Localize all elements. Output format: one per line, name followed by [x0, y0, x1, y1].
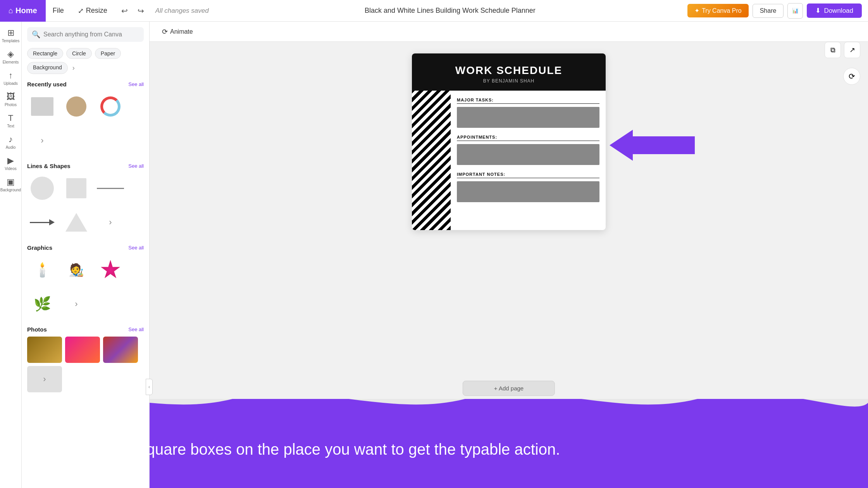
- download-button[interactable]: ⬇ Download: [807, 3, 862, 18]
- lines-shapes-grid: ›: [27, 173, 144, 237]
- graphic-person[interactable]: 🧑‍🎨: [61, 255, 91, 285]
- ls-more-item[interactable]: ›: [95, 207, 126, 237]
- refresh-button[interactable]: ⟳: [843, 68, 860, 85]
- doc-body: MAJOR TASKS: APPOINTMENTS: IMPORTANT NOT…: [412, 91, 606, 230]
- sidebar-item-uploads[interactable]: ↑ Uploads: [1, 68, 21, 88]
- panel-collapse-button[interactable]: ‹: [146, 379, 153, 395]
- share-canvas-icon: ↗: [849, 46, 855, 54]
- animate-label: Animate: [170, 28, 193, 35]
- doc-section-notes: IMPORTANT NOTES:: [457, 172, 599, 202]
- doc-section-tasks: MAJOR TASKS:: [457, 98, 599, 128]
- ls-line-shape: [97, 188, 124, 189]
- photo-item-more[interactable]: ›: [27, 366, 62, 392]
- purple-arrow: [610, 130, 695, 161]
- appointments-box[interactable]: [457, 144, 599, 165]
- circle-shape: [66, 96, 86, 117]
- photos-header: Photos See all: [27, 326, 144, 333]
- chip-circle[interactable]: Circle: [66, 48, 92, 59]
- animate-button[interactable]: ⟳ Animate: [157, 25, 198, 38]
- recent-item-circle[interactable]: [61, 91, 91, 122]
- share-canvas-button[interactable]: ↗: [844, 42, 860, 58]
- file-menu[interactable]: File: [46, 0, 71, 22]
- try-pro-button[interactable]: ✦ Try Canva Pro: [687, 4, 749, 17]
- copy-icon: ⧉: [830, 46, 835, 54]
- graphics-see-all[interactable]: See all: [128, 245, 144, 251]
- document-card[interactable]: WORK SCHEDULE BY BENJAMIN SHAH MAJOR TAS…: [412, 53, 606, 230]
- graphic-leaf[interactable]: 🌿: [27, 289, 57, 319]
- photo-item-3[interactable]: [103, 337, 138, 363]
- doc-title: WORK SCHEDULE: [420, 64, 598, 77]
- recently-used-see-all[interactable]: See all: [128, 81, 144, 87]
- resize-button[interactable]: ⤢ Resize: [71, 0, 114, 22]
- search-icon: 🔍: [32, 30, 40, 39]
- photos-grid: ›: [27, 337, 144, 392]
- save-status: All changes saved: [152, 7, 213, 15]
- canvas-area: WORK SCHEDULE BY BENJAMIN SHAH MAJOR TAS…: [150, 42, 868, 411]
- graphic-starburst[interactable]: [95, 255, 126, 285]
- photo-item-2[interactable]: [65, 337, 100, 363]
- photos-title: Photos: [27, 326, 47, 333]
- photo-item-1[interactable]: [27, 337, 62, 363]
- undo-button[interactable]: ↩: [118, 4, 131, 17]
- elements-panel: 🔍 Rectangle Circle Paper Background › Re…: [22, 22, 150, 488]
- home-button[interactable]: ⌂ Home: [0, 0, 46, 22]
- notes-box[interactable]: [457, 181, 599, 202]
- ls-arrow-shape: [30, 219, 55, 225]
- chip-rectangle[interactable]: Rectangle: [27, 48, 63, 59]
- animate-bar: ⟳ Animate: [150, 22, 868, 42]
- ls-arrow-item[interactable]: [27, 207, 57, 237]
- search-input[interactable]: [43, 31, 139, 38]
- sidebar-item-elements[interactable]: ◈ Elements: [1, 47, 21, 67]
- ls-line-item[interactable]: [95, 173, 126, 203]
- graphic-more[interactable]: ›: [61, 289, 91, 319]
- text-icon: T: [8, 113, 13, 123]
- background-icon: ▣: [7, 177, 15, 187]
- star-icon: ✦: [694, 7, 699, 14]
- ls-triangle-item[interactable]: [61, 207, 91, 237]
- tasks-section-title: MAJOR TASKS:: [457, 98, 599, 104]
- lines-shapes-see-all[interactable]: See all: [128, 163, 144, 169]
- chip-paper[interactable]: Paper: [95, 48, 121, 59]
- graphics-header: Graphics See all: [27, 244, 144, 251]
- chart-button[interactable]: 📊: [787, 3, 803, 19]
- add-page-button[interactable]: + Add page: [463, 381, 555, 396]
- canvas-top-tools: ⧉ ↗: [825, 42, 860, 58]
- add-page-label: + Add page: [463, 381, 555, 396]
- try-pro-label: Try Canva Pro: [702, 7, 742, 14]
- graphic-candle[interactable]: 🕯️: [27, 255, 57, 285]
- sidebar-item-background[interactable]: ▣ Background: [1, 175, 21, 194]
- ls-triangle-shape: [65, 213, 87, 232]
- ls-circle-shape: [31, 177, 54, 200]
- ls-rect-item[interactable]: [61, 173, 91, 203]
- photos-see-all[interactable]: See all: [128, 326, 144, 332]
- chips-more-icon[interactable]: ›: [71, 62, 76, 74]
- ls-circle-item[interactable]: [27, 173, 57, 203]
- refresh-icon: ⟳: [849, 72, 855, 81]
- search-bar[interactable]: 🔍: [27, 27, 144, 42]
- leaf-icon: 🌿: [34, 296, 51, 312]
- lines-shapes-title: Lines & Shapes: [27, 163, 71, 169]
- sidebar-item-templates[interactable]: ⊞ Templates: [1, 26, 21, 45]
- document-wrapper: WORK SCHEDULE BY BENJAMIN SHAH MAJOR TAS…: [412, 53, 606, 230]
- sidebar-item-audio[interactable]: ♪ Audio: [1, 132, 21, 152]
- top-navigation: ⌂ Home File ⤢ Resize ↩ ↪ All changes sav…: [0, 0, 868, 22]
- recently-used-grid: ›: [27, 91, 144, 156]
- recent-item-ring[interactable]: [95, 91, 126, 122]
- recent-item-rect[interactable]: [27, 91, 57, 122]
- recent-item-more[interactable]: ›: [27, 125, 57, 156]
- tasks-box[interactable]: [457, 107, 599, 128]
- share-label: Share: [760, 7, 777, 14]
- sidebar-item-videos[interactable]: ▶ Videos: [1, 153, 21, 173]
- chip-background[interactable]: Background: [27, 62, 68, 74]
- graphics-more-icon: ›: [75, 299, 78, 309]
- redo-button[interactable]: ↪: [134, 4, 148, 17]
- arrow-head: [610, 130, 633, 161]
- more-arrow-icon: ›: [41, 136, 43, 146]
- notes-section-title: IMPORTANT NOTES:: [457, 172, 599, 178]
- sidebar-item-photos[interactable]: 🖼 Photos: [1, 89, 21, 109]
- share-button[interactable]: Share: [753, 4, 784, 18]
- elements-icon: ◈: [7, 49, 14, 59]
- photos-icon: 🖼: [7, 92, 15, 102]
- copy-button[interactable]: ⧉: [825, 42, 841, 58]
- sidebar-item-text[interactable]: T Text: [1, 111, 21, 131]
